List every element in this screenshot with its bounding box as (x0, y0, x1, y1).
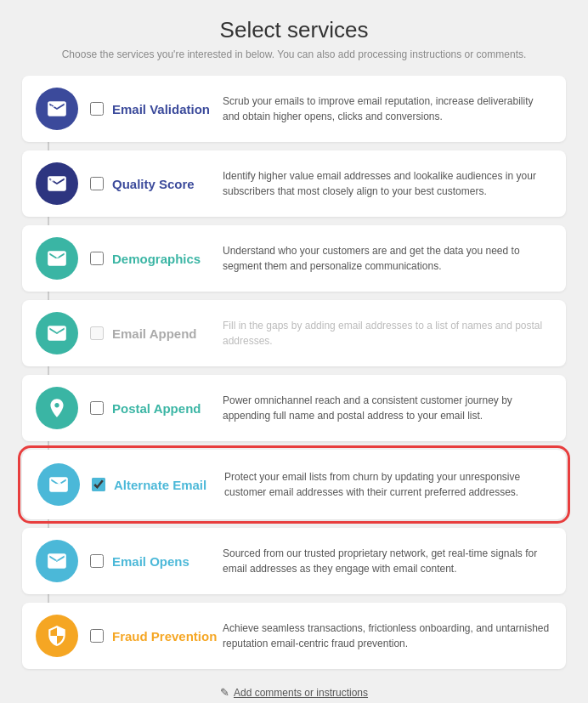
service-row-fraud-prevention: Fraud PreventionAchieve seamless transac… (22, 603, 566, 669)
edit-icon: ✎ (220, 686, 229, 699)
alternate-email-checkbox[interactable] (92, 478, 105, 491)
email-validation-label: Email Validation (112, 102, 223, 116)
quality-score-icon (36, 162, 78, 205)
postal-append-label: Postal Append (112, 401, 223, 416)
email-opens-icon (36, 540, 78, 582)
service-row-email-validation: Email ValidationScrub your emails to imp… (22, 76, 566, 142)
demographics-icon (36, 237, 78, 280)
add-comments-row: ✎ Add comments or instructions (22, 686, 566, 699)
email-validation-checkbox[interactable] (90, 102, 104, 116)
alternate-email-desc: Protect your email lists from churn by u… (224, 469, 551, 500)
email-opens-checkbox[interactable] (90, 554, 104, 568)
alternate-email-icon (37, 463, 80, 506)
page-title: Select services (22, 17, 566, 43)
demographics-checkbox[interactable] (90, 252, 104, 265)
service-row-demographics: DemographicsUnderstand who your customer… (22, 225, 566, 292)
postal-append-desc: Power omnichannel reach and a consistent… (223, 393, 552, 423)
service-row-email-opens: Email OpensSourced from our trusted prop… (22, 528, 566, 594)
email-append-checkbox[interactable] (90, 326, 104, 340)
email-validation-icon (36, 88, 78, 130)
fraud-prevention-desc: Achieve seamless transactions, frictionl… (223, 621, 552, 651)
email-append-desc: Fill in the gaps by adding email address… (223, 318, 552, 349)
service-row-postal-append: Postal AppendPower omnichannel reach and… (22, 375, 566, 441)
demographics-desc: Understand who your customers are and ge… (223, 243, 552, 274)
alternate-email-label: Alternate Email (114, 478, 224, 492)
quality-score-desc: Identify higher value email addresses an… (223, 168, 552, 199)
email-validation-desc: Scrub your emails to improve email reput… (223, 94, 552, 124)
postal-append-checkbox[interactable] (90, 401, 104, 415)
quality-score-label: Quality Score (112, 177, 223, 191)
fraud-prevention-checkbox[interactable] (90, 629, 104, 643)
quality-score-checkbox[interactable] (90, 177, 104, 190)
service-row-quality-score: Quality ScoreIdentify higher value email… (22, 150, 566, 217)
email-opens-desc: Sourced from our trusted proprietary net… (223, 546, 552, 576)
fraud-prevention-icon (36, 615, 78, 657)
service-row-email-append: Email AppendFill in the gaps by adding e… (22, 300, 566, 366)
email-opens-label: Email Opens (112, 554, 223, 569)
email-append-icon (36, 312, 78, 354)
postal-append-icon (36, 387, 78, 429)
email-append-label: Email Append (112, 326, 223, 341)
add-comments-link[interactable]: Add comments or instructions (234, 687, 368, 699)
services-list: Email ValidationScrub your emails to imp… (22, 76, 566, 677)
demographics-label: Demographics (112, 252, 223, 266)
main-container: Select services Choose the services you'… (22, 17, 566, 703)
service-row-alternate-email: Alternate EmailProtect your email lists … (22, 450, 566, 519)
page-subtitle: Choose the services you're interested in… (22, 48, 566, 60)
fraud-prevention-label: Fraud Prevention (112, 629, 223, 643)
